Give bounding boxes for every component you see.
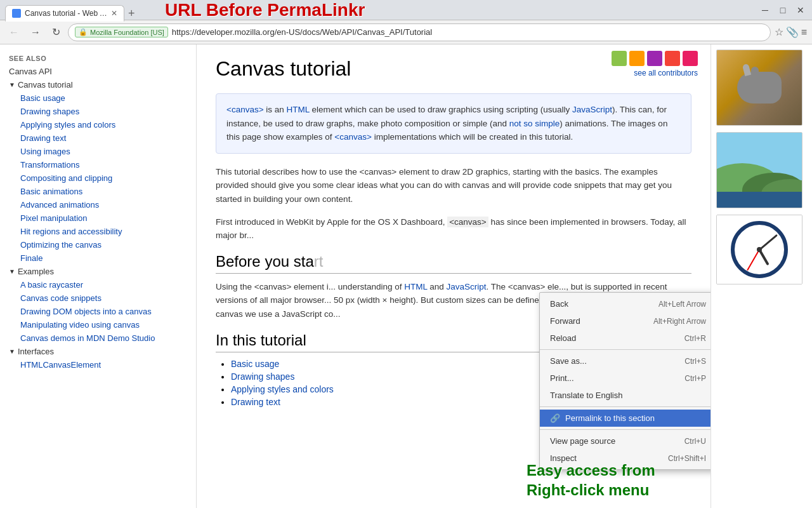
bookmark-star-icon[interactable]: ☆ [775,26,783,38]
rhino-ear-shape [751,67,759,76]
close-button[interactable]: ✕ [794,4,807,17]
sidebar-item-applying-styles[interactable]: Applying styles and colors [0,118,196,131]
ctx-forward[interactable]: Forward Alt+Right Arrow [540,312,710,330]
sidebar-examples-label: Examples [18,267,54,276]
browser-toolbar: ← → ↻ 🔒 Mozilla Foundation [US] ☆ 📎 ≡ [0,20,812,44]
html-link[interactable]: HTML [287,105,310,114]
html-link-2[interactable]: HTML [404,282,427,291]
ctx-inspect-shortcut: Ctrl+Shift+I [668,454,706,463]
sidebar-item-compositing[interactable]: Compositing and clipping [0,171,196,185]
ctx-permalink-with-icon: 🔗 Permalink to this section [550,413,655,423]
sidebar-item-finale[interactable]: Finale [0,251,196,265]
sidebar-item-video[interactable]: Manipulating video using canvas [0,318,196,331]
tutorial-list-applying-styles[interactable]: Applying styles and colors [231,384,334,394]
annotation-right-click: Easy access from Right-click menu [527,460,655,500]
new-tab-button[interactable]: + [124,7,139,20]
sidebar-tutorial-label: Canvas tutorial [18,80,73,90]
rhino-illustration [717,50,802,125]
sidebar-interfaces-label: Interfaces [18,347,54,356]
ctx-reload-label: Reload [550,333,576,343]
active-tab[interactable]: Canvas tutorial - Web API... ✕ [5,5,124,22]
sidebar-canvas-api[interactable]: Canvas API [0,65,196,78]
right-panel [710,44,812,508]
reload-button[interactable]: ↻ [48,25,64,39]
security-lock-icon: 🔒 [79,28,88,36]
javascript-link[interactable]: JavaScript [572,105,612,114]
clock-center-dot [757,247,762,252]
ctx-forward-label: Forward [550,316,580,326]
contributor-avatar-3 [647,51,662,66]
ctx-print[interactable]: Print... Ctrl+P [540,370,710,387]
landscape-sky [717,133,802,163]
contributor-avatar-1 [612,51,627,66]
ctx-back[interactable]: Back Alt+Left Arrow [540,295,710,312]
ctx-view-source[interactable]: View page source Ctrl+U [540,432,710,450]
sidebar-item-advanced-animations[interactable]: Advanced animations [0,198,196,211]
minimize-button[interactable]: ─ [759,4,771,17]
sidebar-item-optimizing[interactable]: Optimizing the canvas [0,238,196,251]
ctx-save-as[interactable]: Save as... Ctrl+S [540,352,710,370]
sidebar-item-basic-animations[interactable]: Basic animations [0,185,196,198]
page-container: SEE ALSO Canvas API ▼ Canvas tutorial Ba… [0,44,812,508]
tutorial-list-basic-usage[interactable]: Basic usage [231,359,279,369]
sidebar-canvas-tutorial-item[interactable]: ▼ Canvas tutorial [0,78,196,91]
ctx-back-label: Back [550,299,568,309]
window-controls: ─ □ ✕ [759,4,807,17]
sidebar-item-code-snippets[interactable]: Canvas code snippets [0,291,196,305]
sidebar-item-pixel-manipulation[interactable]: Pixel manipulation [0,211,196,225]
clock-face [731,221,788,278]
address-bar[interactable]: 🔒 Mozilla Foundation [US] [68,23,771,41]
ctx-separator-2 [540,406,710,407]
sidebar-item-drawing-shapes[interactable]: Drawing shapes [0,105,196,118]
ctx-reload[interactable]: Reload Ctrl+R [540,330,710,347]
clock-image [716,215,802,284]
sidebar-item-drawing-text[interactable]: Drawing text [0,131,196,145]
intro-box: <canvas> is an HTML element which can be… [216,93,691,154]
canvas-element-link[interactable]: <canvas> [226,105,264,114]
sidebar-item-dom-objects[interactable]: Drawing DOM objects into a canvas [0,305,196,318]
tutorial-list-drawing-text[interactable]: Drawing text [231,397,280,407]
clock-illustration [717,215,802,284]
ctx-permalink[interactable]: 🔗 Permalink to this section [540,410,710,427]
forward-button[interactable]: → [27,25,44,39]
menu-icon[interactable]: ≡ [801,26,807,38]
not-so-simple-link[interactable]: not so simple [509,119,560,128]
landscape-image [716,132,802,208]
sidebar-item-raycaster[interactable]: A basic raycaster [0,278,196,291]
annotation-title: URL Before PermaLinkr [165,0,365,20]
tab-strip: Canvas tutorial - Web API... ✕ + [5,0,139,20]
contributor-avatar-4 [665,51,680,66]
clock-second-hand [747,250,760,271]
landscape-illustration [717,133,802,208]
arrow-down-icon: ▼ [9,81,15,88]
address-input[interactable] [172,27,764,37]
ctx-separator-1 [540,349,710,350]
ctx-forward-shortcut: Alt+Right Arrow [653,317,706,326]
sidebar-interfaces-item[interactable]: ▼ Interfaces [0,345,196,358]
ctx-reload-shortcut: Ctrl+R [684,334,706,343]
permalink-icon: 🔗 [550,413,560,423]
sidebar-examples-item[interactable]: ▼ Examples [0,265,196,278]
browser-titlebar: Canvas tutorial - Web API... ✕ + ─ □ ✕ [0,0,812,20]
see-all-contributors-link[interactable]: see all contributors [634,69,698,77]
back-button[interactable]: ← [5,25,23,39]
tutorial-list-drawing-shapes[interactable]: Drawing shapes [231,371,294,382]
body-paragraph-1: This tutorial describes how to use the <… [216,165,691,206]
landscape-water [717,192,802,208]
tab-close-button[interactable]: ✕ [111,9,117,18]
sidebar-item-demos[interactable]: Canvas demos in MDN Demo Studio [0,331,196,345]
rhino-image [716,50,802,126]
sidebar-item-hit-regions[interactable]: Hit regions and accessibility [0,225,196,238]
sidebar-item-using-images[interactable]: Using images [0,145,196,158]
main-content: see all contributors Canvas tutorial <ca… [197,44,710,508]
ctx-view-source-shortcut: Ctrl+U [684,437,706,446]
sidebar-item-htmlcanvaselement[interactable]: HTMLCanvasElement [0,358,196,371]
canvas-element-link-2[interactable]: <canvas> [334,132,372,142]
ctx-translate[interactable]: Translate to English [540,387,710,404]
maximize-button[interactable]: □ [776,4,789,17]
sidebar-item-transformations[interactable]: Transformations [0,158,196,171]
rhino-horn-shape [742,64,751,76]
javascript-link-2[interactable]: JavaScript [446,282,486,291]
sidebar-item-basic-usage[interactable]: Basic usage [0,91,196,105]
extensions-icon[interactable]: 📎 [786,26,799,38]
